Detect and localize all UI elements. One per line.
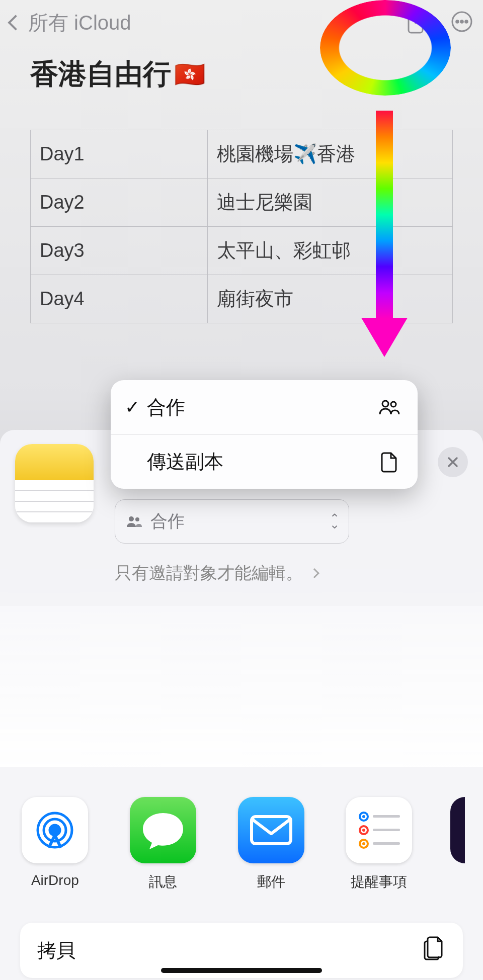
popover-label: 合作 xyxy=(147,395,378,420)
people-icon xyxy=(126,515,142,527)
mail-icon xyxy=(238,797,304,863)
checkmark-icon: ✓ xyxy=(125,397,147,418)
share-app-mail[interactable]: 郵件 xyxy=(234,797,308,892)
svg-point-12 xyxy=(362,815,365,818)
share-app-reminders[interactable]: 提醒事項 xyxy=(342,797,416,892)
share-mode-select[interactable]: 合作 ⌃⌄ xyxy=(115,499,349,544)
more-icon[interactable] xyxy=(451,11,473,35)
back-label: 所有 iCloud xyxy=(28,9,131,37)
share-mode-popover: ✓ 合作 傳送副本 xyxy=(111,380,418,489)
share-app-airdrop[interactable]: AirDrop xyxy=(18,797,92,892)
notes-app-icon xyxy=(15,444,94,522)
share-mode-label: 合作 xyxy=(150,510,185,533)
svg-point-3 xyxy=(461,21,463,23)
svg-rect-17 xyxy=(373,815,400,818)
chevron-updown-icon: ⌃⌄ xyxy=(330,515,338,527)
permission-row[interactable]: 只有邀請對象才能編輯。 xyxy=(115,562,468,585)
popover-option-send-copy[interactable]: 傳送副本 xyxy=(111,434,418,489)
home-indicator[interactable] xyxy=(161,968,322,973)
close-button[interactable] xyxy=(438,447,468,477)
chevron-right-icon xyxy=(309,568,319,578)
documents-icon xyxy=(423,935,446,966)
svg-point-2 xyxy=(456,21,459,23)
svg-point-6 xyxy=(135,517,139,521)
share-apps-row: AirDrop 訊息 郵件 xyxy=(0,797,483,892)
svg-point-16 xyxy=(362,842,365,845)
svg-rect-19 xyxy=(373,842,400,845)
annotation-circle xyxy=(320,0,451,96)
svg-point-21 xyxy=(391,402,396,407)
note-title: 香港自由行🇭🇰 xyxy=(30,55,205,94)
svg-rect-18 xyxy=(373,829,400,831)
back-button[interactable]: 所有 iCloud xyxy=(10,9,131,37)
svg-point-20 xyxy=(382,401,388,407)
airdrop-icon xyxy=(22,797,88,863)
share-app-partial[interactable] xyxy=(450,797,465,863)
share-app-messages[interactable]: 訊息 xyxy=(126,797,200,892)
permission-label: 只有邀請對象才能編輯。 xyxy=(115,562,303,585)
share-sheet: 合作 ⌃⌄ 只有邀請對象才能編輯。 AirDrop xyxy=(0,430,483,980)
svg-point-5 xyxy=(129,516,134,521)
people-icon xyxy=(378,399,400,415)
svg-point-14 xyxy=(362,829,365,832)
flag-icon: 🇭🇰 xyxy=(174,60,205,89)
messages-icon xyxy=(130,797,196,863)
reminders-icon xyxy=(346,797,412,863)
svg-rect-10 xyxy=(252,817,291,844)
document-icon xyxy=(378,452,400,473)
action-label: 拷貝 xyxy=(37,938,75,963)
annotation-arrow xyxy=(372,111,396,357)
contacts-row-placeholder xyxy=(0,606,483,767)
svg-point-4 xyxy=(465,21,468,23)
popover-option-collaborate[interactable]: ✓ 合作 xyxy=(111,380,418,434)
chevron-left-icon xyxy=(8,15,23,30)
popover-label: 傳送副本 xyxy=(147,449,378,475)
